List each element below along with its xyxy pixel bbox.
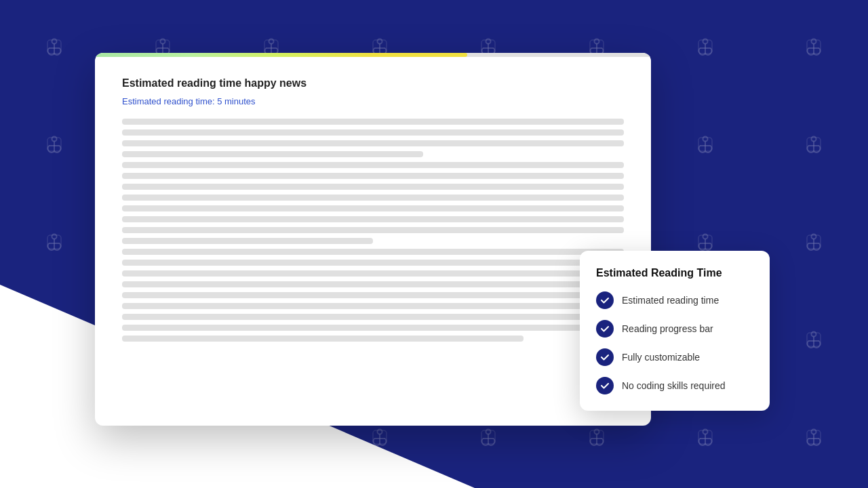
skeleton-line xyxy=(122,314,624,320)
anchor-icon xyxy=(802,35,826,64)
article-content-area: Estimated reading time happy news Estima… xyxy=(95,57,651,362)
skeleton-line xyxy=(122,205,624,211)
check-icon-2 xyxy=(596,320,614,338)
skeleton-line xyxy=(122,151,423,157)
skeleton-line xyxy=(122,173,624,179)
check-icon-1 xyxy=(596,291,614,309)
skeleton-line xyxy=(122,281,624,287)
anchor-icon xyxy=(585,425,609,454)
skeleton-line xyxy=(122,260,624,266)
feature-item-4: No coding skills required xyxy=(596,377,753,394)
reading-time-label: Estimated reading time: 5 minutes xyxy=(122,96,624,106)
anchor-icon xyxy=(802,230,826,259)
skeleton-line xyxy=(122,216,624,222)
anchor-icon xyxy=(42,35,66,64)
article-title: Estimated reading time happy news xyxy=(122,77,624,89)
anchor-icon xyxy=(693,35,717,64)
skeleton-line xyxy=(122,227,624,233)
skeleton-text-block xyxy=(122,119,624,342)
feature-label-3: Fully customizable xyxy=(622,352,700,363)
skeleton-line xyxy=(122,184,624,190)
skeleton-line xyxy=(122,303,624,309)
skeleton-line xyxy=(122,325,624,331)
anchor-icon xyxy=(693,425,717,454)
skeleton-line xyxy=(122,238,373,244)
anchor-icon xyxy=(693,132,717,161)
anchor-icon xyxy=(476,425,500,454)
feature-item-2: Reading progress bar xyxy=(596,320,753,338)
skeleton-line xyxy=(122,249,624,255)
feature-item-1: Estimated reading time xyxy=(596,291,753,309)
skeleton-line xyxy=(122,140,624,146)
anchor-icon xyxy=(802,132,826,161)
skeleton-line xyxy=(122,119,624,125)
feature-label-2: Reading progress bar xyxy=(622,323,713,334)
anchor-icon xyxy=(802,425,826,454)
skeleton-line xyxy=(122,129,624,136)
reading-progress-bar-container xyxy=(95,53,651,57)
check-icon-4 xyxy=(596,377,614,394)
anchor-icon xyxy=(42,230,66,259)
skeleton-line xyxy=(122,195,624,201)
browser-window: Estimated reading time happy news Estima… xyxy=(95,53,651,426)
skeleton-line xyxy=(122,336,524,342)
skeleton-line xyxy=(122,292,624,298)
feature-label-1: Estimated reading time xyxy=(622,295,719,306)
feature-item-3: Fully customizable xyxy=(596,348,753,366)
anchor-icon xyxy=(802,327,826,357)
reading-progress-bar-fill xyxy=(95,53,467,57)
anchor-icon xyxy=(42,132,66,161)
feature-label-4: No coding skills required xyxy=(622,380,726,391)
skeleton-line xyxy=(122,270,624,277)
check-icon-3 xyxy=(596,348,614,366)
skeleton-line xyxy=(122,162,624,168)
feature-card: Estimated Reading Time Estimated reading… xyxy=(580,251,770,411)
feature-card-title: Estimated Reading Time xyxy=(596,267,753,279)
